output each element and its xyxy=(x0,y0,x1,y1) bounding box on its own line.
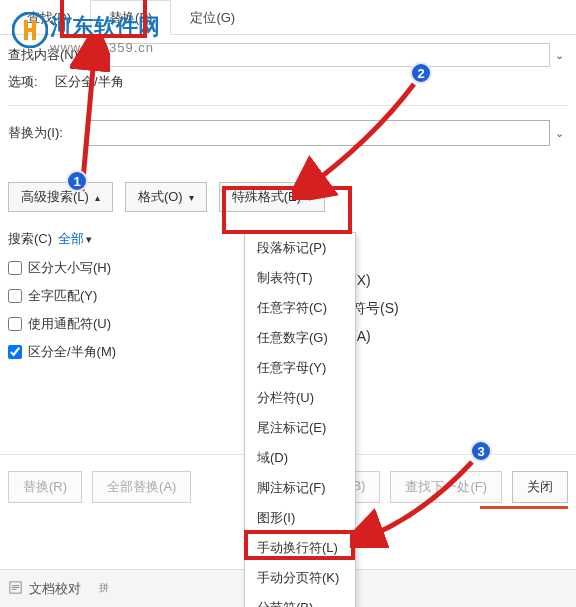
menu-page-break[interactable]: 手动分页符(K) xyxy=(245,563,355,593)
down-caret-icon: ▾ xyxy=(189,192,194,203)
replace-history-dropdown[interactable]: ⌄ xyxy=(550,127,568,140)
menu-any-digit[interactable]: 任意数字(G) xyxy=(245,323,355,353)
tab-goto[interactable]: 定位(G) xyxy=(171,0,254,34)
site-logo xyxy=(12,12,48,52)
pinyin-tool[interactable]: 拼 xyxy=(97,580,112,598)
menu-field[interactable]: 域(D) xyxy=(245,443,355,473)
progress-underline xyxy=(480,506,568,509)
site-name: 河东软件网 xyxy=(50,12,160,42)
menu-section-break[interactable]: 分节符(B) xyxy=(245,593,355,607)
separator xyxy=(8,105,568,106)
proofread-tool[interactable]: 文档校对 xyxy=(8,580,81,598)
close-button[interactable]: 关闭 xyxy=(512,471,568,503)
special-format-button[interactable]: 特殊格式(E) ▾ xyxy=(219,182,325,212)
menu-endnote-mark[interactable]: 尾注标记(E) xyxy=(245,413,355,443)
special-format-dropdown: 段落标记(P) 制表符(T) 任意字符(C) 任意数字(G) 任意字母(Y) 分… xyxy=(244,232,356,607)
menu-graphic[interactable]: 图形(I) xyxy=(245,503,355,533)
menu-paragraph-mark[interactable]: 段落标记(P) xyxy=(245,233,355,263)
check-width-label: 区分全/半角(M) xyxy=(28,343,116,361)
menu-tab[interactable]: 制表符(T) xyxy=(245,263,355,293)
menu-any-letter[interactable]: 任意字母(Y) xyxy=(245,353,355,383)
find-input[interactable] xyxy=(98,43,550,67)
options-row: 选项: 区分全/半角 xyxy=(0,71,576,99)
check-whole-label: 全字匹配(Y) xyxy=(28,287,97,305)
menu-line-break[interactable]: 手动换行符(L) xyxy=(245,533,355,563)
replace-button[interactable]: 替换(R) xyxy=(8,471,82,503)
up-caret-icon: ▴ xyxy=(95,192,100,203)
format-button[interactable]: 格式(O) ▾ xyxy=(125,182,207,212)
advanced-search-button[interactable]: 高级搜索(L) ▴ xyxy=(8,182,113,212)
options-value: 区分全/半角 xyxy=(55,73,568,91)
format-label: 格式(O) xyxy=(138,188,183,206)
button-row: 高级搜索(L) ▴ 格式(O) ▾ 特殊格式(E) ▾ xyxy=(0,154,576,220)
replace-row: 替换为(I): ⌄ xyxy=(0,120,576,154)
check-wildcard-label: 使用通配符(U) xyxy=(28,315,111,333)
opt-symbol: 符号(S) xyxy=(352,294,399,322)
proofread-icon xyxy=(8,580,23,598)
hidden-options: (X) 符号(S) (A) xyxy=(352,266,399,350)
options-label: 选项: xyxy=(8,73,55,91)
pinyin-icon: 拼 xyxy=(97,580,112,598)
search-label: 搜索(C) xyxy=(8,231,52,246)
opt-a: (A) xyxy=(352,322,399,350)
search-scope-select[interactable]: 全部 xyxy=(58,231,84,246)
annotation-badge-1: 1 xyxy=(66,170,88,192)
proofread-label: 文档校对 xyxy=(29,580,81,598)
replace-input[interactable] xyxy=(88,120,550,146)
annotation-badge-2: 2 xyxy=(410,62,432,84)
menu-column-break[interactable]: 分栏符(U) xyxy=(245,383,355,413)
annotation-badge-3: 3 xyxy=(470,440,492,462)
svg-text:拼: 拼 xyxy=(99,582,109,593)
menu-any-char[interactable]: 任意字符(C) xyxy=(245,293,355,323)
down-caret-icon: ▾ xyxy=(86,233,92,245)
check-case-label: 区分大小写(H) xyxy=(28,259,111,277)
find-next-button[interactable]: 查找下一处(F) xyxy=(390,471,502,503)
replace-label: 替换为(I): xyxy=(8,124,88,142)
site-url: www.pc0359.cn xyxy=(50,40,154,55)
menu-footnote-mark[interactable]: 脚注标记(F) xyxy=(245,473,355,503)
find-history-dropdown[interactable]: ⌄ xyxy=(550,49,568,62)
opt-x: (X) xyxy=(352,266,399,294)
down-caret-icon: ▾ xyxy=(307,192,312,203)
replace-all-button[interactable]: 全部替换(A) xyxy=(92,471,191,503)
special-format-label: 特殊格式(E) xyxy=(232,188,301,206)
svg-rect-3 xyxy=(24,28,36,32)
